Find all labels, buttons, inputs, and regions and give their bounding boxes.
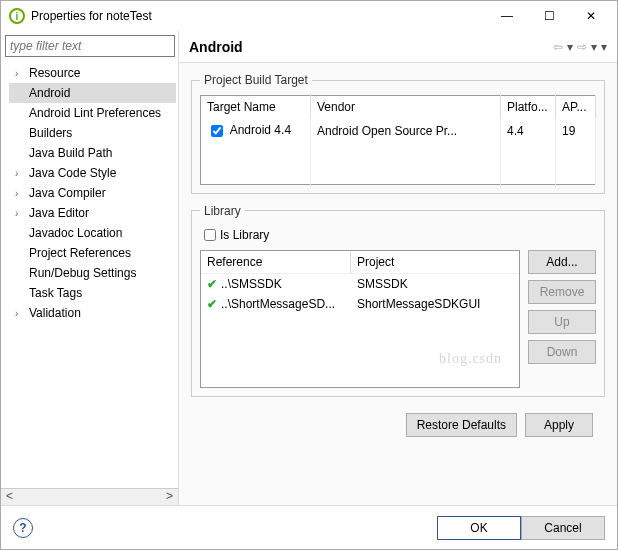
- col-api[interactable]: AP...: [556, 96, 596, 119]
- build-target-table: Target Name Vendor Platfo... AP... Andro…: [200, 95, 596, 185]
- maximize-button[interactable]: ☐: [537, 9, 561, 23]
- sidebar-item-label: Java Code Style: [27, 166, 116, 180]
- sidebar-item-label: Java Build Path: [27, 146, 112, 160]
- list-item[interactable]: ✔..\ShortMessageSD...ShortMessageSDKGUI: [201, 294, 519, 314]
- dropdown-icon[interactable]: ▾: [591, 40, 597, 54]
- sidebar-item-java-build-path[interactable]: Java Build Path: [9, 143, 176, 163]
- dialog-button-bar: ? OK Cancel: [1, 505, 617, 549]
- eclipse-icon: i: [9, 8, 25, 24]
- target-checkbox[interactable]: [211, 125, 223, 137]
- sidebar-item-project-references[interactable]: Project References: [9, 243, 176, 263]
- expand-icon[interactable]: ›: [15, 188, 27, 199]
- col-project[interactable]: Project: [351, 251, 400, 273]
- down-button[interactable]: Down: [528, 340, 596, 364]
- horizontal-scrollbar[interactable]: < >: [1, 488, 178, 505]
- sidebar: ›ResourceAndroidAndroid Lint Preferences…: [1, 31, 179, 505]
- system-buttons: — ☐ ✕: [495, 9, 613, 23]
- col-platform[interactable]: Platfo...: [501, 96, 556, 119]
- sidebar-item-label: Project References: [27, 246, 131, 260]
- sidebar-item-label: Java Compiler: [27, 186, 106, 200]
- list-item[interactable]: ✔..\SMSSDKSMSSDK: [201, 274, 519, 294]
- sidebar-item-label: Builders: [27, 126, 72, 140]
- cancel-button[interactable]: Cancel: [521, 516, 605, 540]
- target-platform: 4.4: [501, 118, 556, 144]
- target-api: 19: [556, 118, 596, 144]
- scroll-left-icon[interactable]: <: [1, 489, 18, 505]
- sidebar-item-label: Validation: [27, 306, 81, 320]
- scroll-right-icon[interactable]: >: [161, 489, 178, 505]
- expand-icon[interactable]: ›: [15, 208, 27, 219]
- expand-icon[interactable]: ›: [15, 68, 27, 79]
- check-icon: ✔: [207, 277, 217, 291]
- scroll-track[interactable]: [18, 489, 161, 505]
- library-table: Reference Project ✔..\SMSSDKSMSSDK✔..\Sh…: [200, 250, 520, 388]
- page-title: Android: [189, 39, 553, 55]
- sidebar-item-label: Task Tags: [27, 286, 82, 300]
- close-button[interactable]: ✕: [579, 9, 603, 23]
- col-vendor[interactable]: Vendor: [311, 96, 501, 119]
- expand-icon[interactable]: ›: [15, 308, 27, 319]
- nav-forward-icon[interactable]: ⇨: [577, 40, 587, 54]
- dropdown-icon[interactable]: ▾: [567, 40, 573, 54]
- nav-history: ⇦▾ ⇨▾ ▾: [553, 40, 607, 54]
- sidebar-item-label: Javadoc Location: [27, 226, 122, 240]
- library-reference: ..\ShortMessageSD...: [221, 297, 335, 311]
- sidebar-item-javadoc-location[interactable]: Javadoc Location: [9, 223, 176, 243]
- sidebar-item-validation[interactable]: ›Validation: [9, 303, 176, 323]
- up-button[interactable]: Up: [528, 310, 596, 334]
- nav-back-icon[interactable]: ⇦: [553, 40, 563, 54]
- table-row[interactable]: Android 4.4Android Open Source Pr...4.41…: [201, 118, 596, 144]
- sidebar-item-label: Android: [27, 86, 70, 100]
- target-vendor: Android Open Source Pr...: [311, 118, 501, 144]
- col-reference[interactable]: Reference: [201, 251, 351, 273]
- library-reference: ..\SMSSDK: [221, 277, 282, 291]
- sidebar-item-java-code-style[interactable]: ›Java Code Style: [9, 163, 176, 183]
- page-body: blog.csdn Project Build Target Target Na…: [179, 63, 617, 505]
- sidebar-item-builders[interactable]: Builders: [9, 123, 176, 143]
- help-icon[interactable]: ?: [13, 518, 33, 538]
- sidebar-item-label: Resource: [27, 66, 80, 80]
- sidebar-item-run-debug-settings[interactable]: Run/Debug Settings: [9, 263, 176, 283]
- library-project: ShortMessageSDKGUI: [351, 294, 486, 314]
- category-tree: ›ResourceAndroidAndroid Lint Preferences…: [1, 61, 178, 488]
- library-group: Library Is Library Reference Project ✔..…: [191, 204, 605, 397]
- sidebar-item-android[interactable]: Android: [9, 83, 176, 103]
- is-library-checkbox[interactable]: [204, 229, 216, 241]
- library-legend: Library: [200, 204, 245, 218]
- check-icon: ✔: [207, 297, 217, 311]
- col-target-name[interactable]: Target Name: [201, 96, 311, 119]
- sidebar-item-android-lint-preferences[interactable]: Android Lint Preferences: [9, 103, 176, 123]
- ok-button[interactable]: OK: [437, 516, 521, 540]
- sidebar-item-task-tags[interactable]: Task Tags: [9, 283, 176, 303]
- target-name: Android 4.4: [230, 123, 291, 137]
- sidebar-item-label: Android Lint Preferences: [27, 106, 161, 120]
- restore-defaults-button[interactable]: Restore Defaults: [406, 413, 517, 437]
- add-button[interactable]: Add...: [528, 250, 596, 274]
- is-library-label[interactable]: Is Library: [220, 228, 269, 242]
- page-header: Android ⇦▾ ⇨▾ ▾: [179, 31, 617, 63]
- minimize-button[interactable]: —: [495, 9, 519, 23]
- titlebar: i Properties for noteTest — ☐ ✕: [1, 1, 617, 31]
- window-title: Properties for noteTest: [31, 9, 495, 23]
- expand-icon[interactable]: ›: [15, 168, 27, 179]
- sidebar-item-label: Java Editor: [27, 206, 89, 220]
- filter-input[interactable]: [5, 35, 175, 57]
- library-project: SMSSDK: [351, 274, 414, 294]
- sidebar-item-java-compiler[interactable]: ›Java Compiler: [9, 183, 176, 203]
- remove-button[interactable]: Remove: [528, 280, 596, 304]
- sidebar-item-label: Run/Debug Settings: [27, 266, 136, 280]
- main-panel: Android ⇦▾ ⇨▾ ▾ blog.csdn Project Build …: [179, 31, 617, 505]
- menu-dropdown-icon[interactable]: ▾: [601, 40, 607, 54]
- apply-button[interactable]: Apply: [525, 413, 593, 437]
- build-target-group: Project Build Target Target Name Vendor …: [191, 73, 605, 194]
- sidebar-item-resource[interactable]: ›Resource: [9, 63, 176, 83]
- build-target-legend: Project Build Target: [200, 73, 312, 87]
- content-area: ›ResourceAndroidAndroid Lint Preferences…: [1, 31, 617, 505]
- sidebar-item-java-editor[interactable]: ›Java Editor: [9, 203, 176, 223]
